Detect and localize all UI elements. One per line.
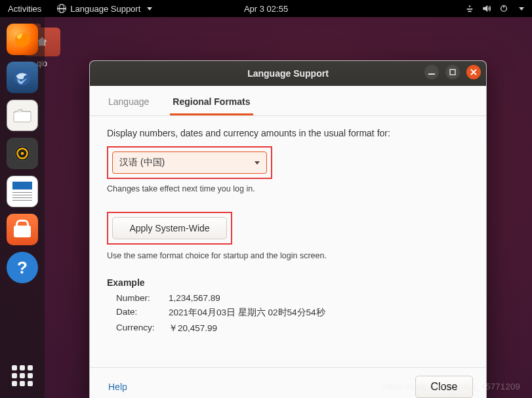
network-icon[interactable]: [465, 4, 474, 13]
dock-ubuntu-software[interactable]: [7, 214, 38, 245]
svg-rect-2: [428, 73, 435, 75]
tabs: Language Regional Formats: [90, 86, 486, 116]
changes-note: Changes take effect next time you log in…: [107, 184, 469, 193]
svg-rect-1: [503, 5, 504, 8]
dock-show-applications[interactable]: [9, 363, 35, 389]
chevron-down-icon: [255, 161, 260, 165]
globe-icon: [57, 4, 66, 13]
chevron-down-icon: [147, 7, 152, 10]
example-section: Example Number: 1,234,567.89 Date: 2021年…: [107, 277, 469, 334]
example-heading: Example: [107, 277, 469, 288]
app-indicator-label: Language Support: [70, 4, 140, 14]
app-indicator[interactable]: Language Support: [57, 4, 152, 14]
svg-rect-6: [14, 111, 31, 122]
window-close-button[interactable]: [466, 65, 481, 79]
tab-regional-formats[interactable]: Regional Formats: [170, 91, 253, 115]
dock-files[interactable]: [7, 100, 38, 131]
language-support-window: Language Support Language Regional Forma…: [89, 60, 487, 398]
desktop: qio Language Support Language Regional F…: [0, 17, 532, 398]
clock[interactable]: Apr 3 02:55: [244, 4, 288, 14]
power-icon[interactable]: [499, 4, 508, 13]
apply-button-label: Apply System-Wide: [129, 223, 209, 233]
dock-firefox[interactable]: [7, 24, 38, 55]
highlight-locale: 汉语 (中国): [107, 146, 272, 179]
example-number-value: 1,234,567.89: [169, 293, 220, 303]
help-link[interactable]: Help: [103, 382, 127, 392]
activities-button[interactable]: Activities: [8, 4, 41, 14]
titlebar[interactable]: Language Support: [90, 61, 486, 86]
example-date-label: Date:: [116, 307, 161, 319]
window-minimize-button[interactable]: [424, 65, 439, 79]
dock: ?: [0, 17, 45, 398]
dock-rhythmbox[interactable]: [7, 138, 38, 169]
dock-thunderbird[interactable]: [7, 62, 38, 93]
highlight-apply: Apply System-Wide: [107, 212, 232, 245]
watermark: https://blog.csdn.net/qq_45771209: [383, 382, 520, 391]
locale-combobox[interactable]: 汉语 (中国): [112, 151, 267, 174]
example-number-label: Number:: [116, 293, 161, 303]
apply-system-wide-button[interactable]: Apply System-Wide: [112, 217, 227, 239]
svg-point-9: [21, 152, 24, 155]
window-title: Language Support: [247, 68, 329, 79]
tab-language[interactable]: Language: [106, 91, 152, 115]
system-menu-chevron-icon[interactable]: [519, 7, 524, 10]
example-currency-label: Currency:: [116, 323, 161, 334]
dock-libreoffice-writer[interactable]: [7, 176, 38, 207]
format-description: Display numbers, dates and currency amou…: [107, 128, 469, 138]
apply-note: Use the same format choice for startup a…: [107, 251, 469, 260]
dock-help[interactable]: ?: [7, 252, 38, 283]
svg-rect-3: [450, 70, 455, 75]
locale-selected-value: 汉语 (中国): [119, 157, 165, 169]
top-panel: Activities Language Support Apr 3 02:55: [0, 0, 532, 17]
volume-icon[interactable]: [482, 4, 491, 13]
example-date-value: 2021年04月03日 星期六 02时54分54秒: [169, 307, 325, 319]
example-currency-value: ￥20,457.99: [169, 323, 217, 334]
window-maximize-button[interactable]: [445, 65, 460, 79]
